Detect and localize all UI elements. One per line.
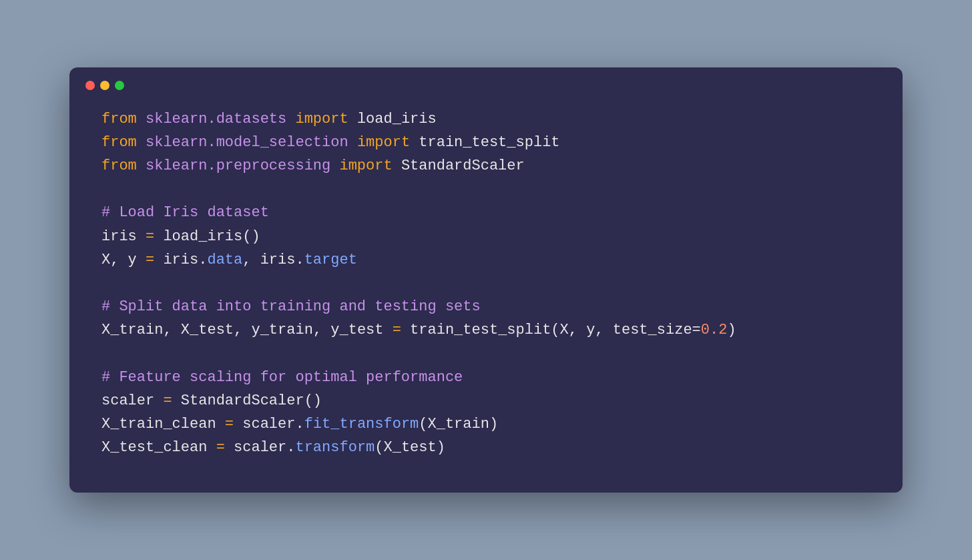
code-comment-1: # Load Iris dataset xyxy=(101,201,871,224)
code-line-9: X_test_clean = scaler.transform(X_test) xyxy=(101,436,871,459)
code-line-7: scaler = StandardScaler() xyxy=(101,389,871,412)
code-line-3: from sklearn.preprocessing import Standa… xyxy=(101,154,871,178)
code-line-1: from sklearn.datasets import load_iris xyxy=(101,107,871,131)
blank-line-2 xyxy=(101,272,871,295)
code-line-4: iris = load_iris() xyxy=(101,225,871,248)
minimize-button[interactable] xyxy=(100,81,109,90)
code-line-5: X, y = iris.data, iris.target xyxy=(101,248,871,272)
code-line-8: X_train_clean = scaler.fit_transform(X_t… xyxy=(101,412,871,436)
code-window: from sklearn.datasets import load_iris f… xyxy=(69,67,903,493)
code-line-6: X_train, X_test, y_train, y_test = train… xyxy=(101,318,871,342)
blank-line-3 xyxy=(101,342,871,365)
code-comment-3: # Feature scaling for optimal performanc… xyxy=(101,366,871,389)
code-editor: from sklearn.datasets import load_iris f… xyxy=(69,101,903,467)
code-comment-2: # Split data into training and testing s… xyxy=(101,295,871,318)
maximize-button[interactable] xyxy=(115,81,124,90)
close-button[interactable] xyxy=(85,81,95,90)
titlebar xyxy=(69,67,903,101)
blank-line-1 xyxy=(101,178,871,201)
code-line-2: from sklearn.model_selection import trai… xyxy=(101,131,871,154)
